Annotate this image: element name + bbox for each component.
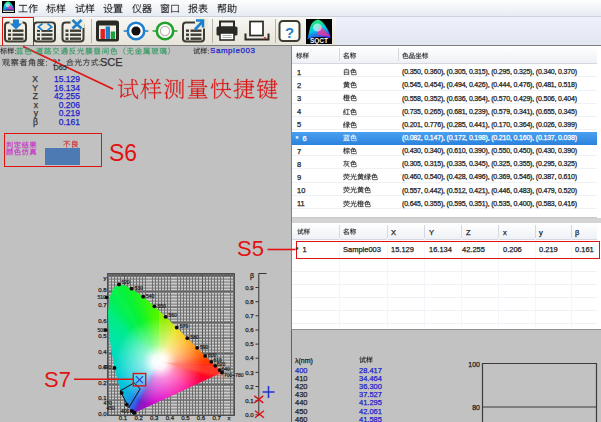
- svg-text:640: 640: [222, 366, 231, 372]
- svg-text:540: 540: [146, 293, 155, 299]
- svg-text:0.5: 0.5: [181, 415, 190, 421]
- svg-text:0.1: 0.1: [119, 415, 128, 421]
- svg-text:590: 590: [200, 344, 209, 350]
- svg-text:700~780: 700~780: [224, 372, 244, 378]
- svg-text:0.6: 0.6: [245, 327, 254, 333]
- svg-text:0.7: 0.7: [245, 313, 254, 319]
- svg-text:0.5: 0.5: [245, 341, 254, 347]
- svg-text:0.3: 0.3: [245, 370, 254, 376]
- svg-text:560: 560: [169, 312, 178, 318]
- svg-text:0.3: 0.3: [150, 415, 159, 421]
- svg-text:0.3: 0.3: [98, 364, 107, 370]
- svg-text:570: 570: [180, 323, 189, 329]
- svg-text:0.1: 0.1: [98, 395, 107, 401]
- svg-text:β: β: [250, 272, 254, 280]
- svg-text:100: 100: [468, 361, 480, 368]
- svg-text:580: 580: [191, 334, 200, 340]
- svg-text:0.6: 0.6: [98, 318, 107, 324]
- svg-text:0.8: 0.8: [245, 299, 254, 305]
- svg-text:y: y: [104, 275, 107, 281]
- svg-text:0.7: 0.7: [212, 415, 221, 421]
- svg-text:0.2: 0.2: [134, 415, 143, 421]
- svg-text:520: 520: [122, 279, 131, 285]
- svg-text:0.8: 0.8: [98, 287, 107, 293]
- svg-text:400: 400: [121, 408, 130, 414]
- svg-text:0.2: 0.2: [245, 384, 254, 390]
- svg-text:450: 450: [107, 405, 116, 411]
- svg-text:x: x: [228, 415, 231, 421]
- svg-text:0.9: 0.9: [245, 285, 254, 291]
- svg-text:0.4: 0.4: [166, 415, 175, 421]
- svg-text:500: 500: [98, 327, 107, 333]
- svg-text:0.4: 0.4: [98, 349, 107, 355]
- svg-text:0.5: 0.5: [98, 333, 107, 339]
- svg-text:0.0: 0.0: [98, 411, 107, 417]
- svg-text:550: 550: [158, 303, 167, 309]
- svg-text:0.4: 0.4: [245, 355, 254, 361]
- svg-text:510: 510: [98, 294, 107, 300]
- svg-text:0.6: 0.6: [197, 415, 206, 421]
- svg-text:0.1: 0.1: [245, 398, 254, 404]
- svg-text:0.2: 0.2: [98, 380, 107, 386]
- svg-text:80: 80: [472, 404, 480, 411]
- svg-text:0.7: 0.7: [98, 302, 107, 308]
- svg-text:0.0: 0.0: [245, 412, 254, 418]
- svg-text:?: ?: [285, 24, 294, 41]
- svg-text:530: 530: [135, 285, 144, 291]
